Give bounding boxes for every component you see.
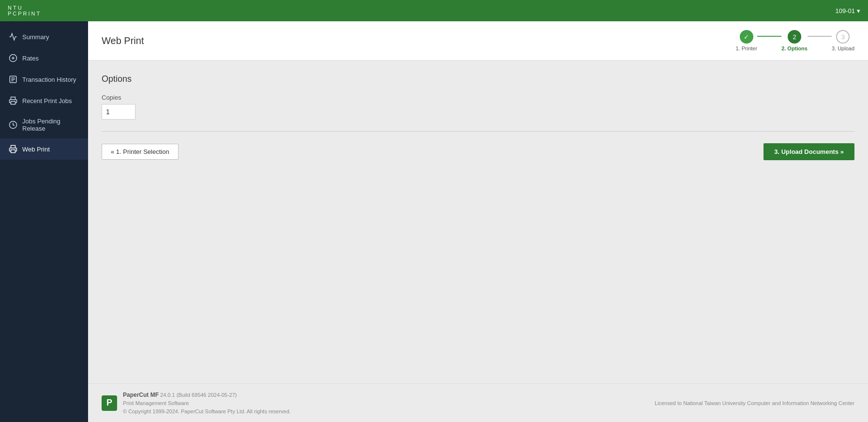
chevron-down-icon: ▾: [857, 7, 860, 15]
step-line-1: [757, 36, 781, 37]
options-section: Options Copies « 1. Printer Selection 3.…: [102, 74, 854, 160]
history-icon: [9, 75, 17, 84]
sidebar-label-jobs-pending-release: Jobs Pending Release: [22, 118, 79, 132]
user-menu[interactable]: 109-01 ▾: [836, 7, 860, 15]
sidebar-item-rates[interactable]: Rates: [0, 47, 88, 69]
step-label-upload: 3. Upload: [832, 45, 854, 51]
main-layout: Summary Rates Transaction History: [0, 21, 868, 422]
sidebar-label-rates: Rates: [22, 55, 39, 62]
print-icon: [9, 96, 17, 105]
step-printer: ✓ 1. Printer: [735, 30, 757, 51]
footer-product-name: PaperCut MF: [123, 392, 159, 398]
sidebar-label-web-print: Web Print: [22, 146, 50, 153]
copies-label: Copies: [102, 94, 854, 101]
sidebar-label-summary: Summary: [22, 33, 49, 41]
nav-buttons: « 1. Printer Selection 3. Upload Documen…: [102, 143, 854, 160]
step-circle-upload: 3: [836, 30, 850, 44]
footer-version: PaperCut MF 24.0.1 (Build 69546 2024-05-…: [123, 391, 291, 399]
step-label-options: 2. Options: [781, 45, 808, 51]
svg-rect-7: [11, 102, 15, 105]
svg-rect-9: [11, 150, 15, 153]
content-header: Web Print ✓ 1. Printer 2 2. Options: [88, 21, 868, 60]
sidebar-item-jobs-pending-release[interactable]: Jobs Pending Release: [0, 111, 88, 138]
sidebar-label-transaction-history: Transaction History: [22, 76, 76, 83]
top-bar: NTU PCPRINT 109-01 ▾: [0, 0, 868, 21]
copies-input[interactable]: [102, 104, 135, 120]
content-area: Web Print ✓ 1. Printer 2 2. Options: [88, 21, 868, 422]
next-button[interactable]: 3. Upload Documents »: [763, 143, 854, 160]
chart-icon: [9, 32, 17, 41]
step-number-upload: 3: [841, 33, 845, 41]
step-number-options: 2: [793, 33, 796, 41]
section-divider: [102, 131, 854, 132]
papercut-logo: P: [102, 395, 117, 411]
step-circle-printer: ✓: [740, 30, 753, 44]
step-upload: 3 3. Upload: [832, 30, 854, 51]
footer-copyright: © Copyright 1999-2024. PaperCut Software…: [123, 407, 291, 416]
sidebar-item-transaction-history[interactable]: Transaction History: [0, 69, 88, 90]
sidebar-item-summary[interactable]: Summary: [0, 26, 88, 47]
footer-left: P PaperCut MF 24.0.1 (Build 69546 2024-0…: [102, 391, 291, 415]
step-options: 2 2. Options: [781, 30, 808, 51]
web-print-icon: [9, 145, 17, 153]
copies-field: Copies: [102, 94, 854, 120]
sidebar-item-recent-print-jobs[interactable]: Recent Print Jobs: [0, 90, 88, 111]
page-title: Web Print: [102, 35, 144, 46]
content-body: Options Copies « 1. Printer Selection 3.…: [88, 60, 868, 383]
step-line-2: [808, 36, 832, 37]
step-label-printer: 1. Printer: [735, 45, 757, 51]
footer-text: PaperCut MF 24.0.1 (Build 69546 2024-05-…: [123, 391, 291, 415]
footer-subtitle: Print Management Software: [123, 399, 291, 407]
page-footer: P PaperCut MF 24.0.1 (Build 69546 2024-0…: [88, 383, 868, 422]
back-button[interactable]: « 1. Printer Selection: [102, 144, 179, 160]
username: 109-01: [836, 7, 855, 15]
sidebar-label-recent-print-jobs: Recent Print Jobs: [22, 97, 72, 105]
logo-line2: PCPRINT: [8, 11, 41, 16]
sidebar: Summary Rates Transaction History: [0, 21, 88, 422]
checkmark-icon: ✓: [744, 33, 749, 41]
app-logo: NTU PCPRINT: [8, 5, 41, 16]
options-title: Options: [102, 74, 854, 84]
clock-icon: [9, 121, 17, 129]
footer-license: Licensed to National Taiwan University C…: [655, 400, 854, 406]
stepper: ✓ 1. Printer 2 2. Options 3 3. Upload: [735, 30, 854, 51]
logo-line1: NTU: [8, 5, 41, 11]
step-circle-options: 2: [788, 30, 801, 44]
footer-version-detail: 24.0.1 (Build 69546 2024-05-27): [160, 392, 237, 398]
dollar-icon: [9, 54, 17, 62]
sidebar-item-web-print[interactable]: Web Print: [0, 138, 88, 160]
